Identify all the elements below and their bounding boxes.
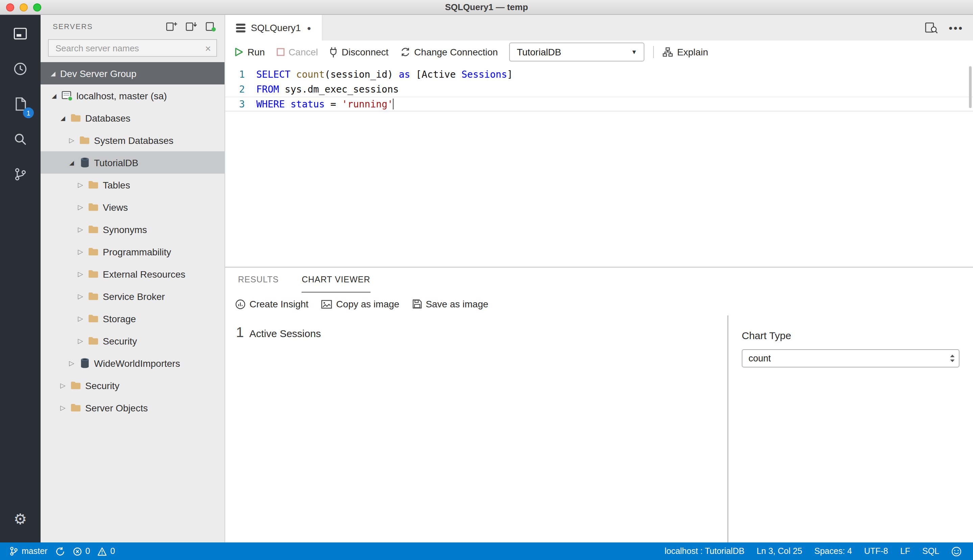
encoding-status[interactable]: UTF-8 [858, 547, 894, 556]
activitybar-item-source-control[interactable] [0, 157, 40, 192]
cancel-button[interactable]: Cancel [276, 47, 318, 57]
more-actions-icon[interactable]: ••• [949, 22, 963, 33]
collapsed-arrow-icon[interactable]: ▷ [58, 404, 68, 412]
sync-button[interactable] [52, 547, 69, 556]
tree-item-system-databases[interactable]: ▷System Databases [40, 129, 224, 151]
activitybar-item-search[interactable] [0, 122, 40, 157]
git-branch-status[interactable]: master [5, 547, 52, 556]
connection-status[interactable]: localhost : TutorialDB [659, 547, 751, 556]
tree-item-localhost-master-sa[interactable]: ◢localhost, master (sa) [40, 85, 224, 107]
git-branch-icon [10, 547, 18, 556]
copy-as-image-button[interactable]: Copy as image [321, 298, 399, 309]
new-connection-button[interactable] [165, 20, 177, 32]
problems-status[interactable]: 0 0 [69, 547, 119, 556]
collapsed-arrow-icon[interactable]: ▷ [67, 137, 77, 144]
tree-item-wideworldimporters[interactable]: ▷WideWorldImporters [40, 352, 224, 374]
sync-icon [55, 547, 65, 556]
server-group-header[interactable]: ◢ Dev Server Group [40, 62, 224, 85]
line-number: 3 [225, 97, 256, 112]
line-number: 1 [225, 67, 256, 82]
code-text: WHERE status = 'running' [256, 97, 394, 112]
database-dropdown[interactable]: TutorialDB ▼ [510, 43, 645, 62]
branch-label: master [22, 547, 47, 556]
tree-item-tutorialdb[interactable]: ◢TutorialDB [40, 151, 224, 173]
collapsed-arrow-icon[interactable]: ▷ [76, 315, 85, 322]
tabbar-actions: ••• [925, 15, 973, 40]
tree-item-programmability[interactable]: ▷Programmability [40, 240, 224, 263]
close-window-button[interactable] [6, 3, 14, 12]
chart-options-panel: Chart Type count [727, 315, 973, 542]
collapsed-arrow-icon[interactable]: ▷ [76, 292, 85, 300]
sidebar-actions [165, 20, 216, 32]
code-editor[interactable]: 1SELECT count(session_id) as [Active Ses… [225, 63, 973, 267]
settings-button[interactable]: ⚙ [0, 502, 40, 537]
tree-item-storage[interactable]: ▷Storage [40, 307, 224, 330]
collapsed-arrow-icon[interactable]: ▷ [76, 226, 85, 233]
statusbar-right: localhost : TutorialDB Ln 3, Col 25 Spac… [659, 546, 968, 556]
run-button[interactable]: Run [235, 47, 265, 57]
expanded-arrow-icon[interactable]: ◢ [58, 115, 68, 121]
tab-chart-viewer[interactable]: CHART VIEWER [302, 268, 370, 292]
minimize-window-button[interactable] [20, 3, 28, 12]
code-line-2[interactable]: 2FROM sys.dm_exec_sessions [225, 82, 973, 97]
activitybar-item-connections[interactable] [0, 16, 40, 51]
save-as-image-button[interactable]: Save as image [412, 298, 488, 309]
tree-item-views[interactable]: ▷Views [40, 196, 224, 218]
sidebar-header: SERVERS [40, 15, 224, 38]
collapsed-arrow-icon[interactable]: ▷ [67, 359, 77, 367]
tree-item-synonyms[interactable]: ▷Synonyms [40, 218, 224, 240]
explain-button[interactable]: Explain [663, 47, 708, 57]
expanded-arrow-icon[interactable]: ◢ [67, 159, 77, 166]
copy-image-icon [321, 300, 332, 308]
collapsed-arrow-icon[interactable]: ▷ [76, 181, 85, 188]
disconnect-button[interactable]: Disconnect [329, 47, 389, 57]
tree-item-label: WideWorldImporters [94, 358, 180, 368]
chart-type-select[interactable]: count [742, 349, 960, 367]
tab-results[interactable]: RESULTS [238, 268, 279, 292]
new-connection-icon [166, 21, 177, 32]
feedback-button[interactable] [945, 546, 968, 556]
code-lines: 1SELECT count(session_id) as [Active Ses… [225, 67, 973, 112]
change-connection-button[interactable]: Change Connection [400, 47, 498, 57]
preview-icon[interactable] [925, 22, 938, 33]
tree-item-service-broker[interactable]: ▷Service Broker [40, 285, 224, 307]
collapsed-arrow-icon[interactable]: ▷ [58, 382, 68, 389]
collapsed-arrow-icon[interactable]: ▷ [76, 203, 85, 211]
cursor-position-status[interactable]: Ln 3, Col 25 [751, 547, 808, 556]
new-server-group-button[interactable] [185, 20, 197, 32]
activitybar-item-task-history[interactable] [0, 51, 40, 87]
tab-sqlquery1[interactable]: SQLQuery1 ● [225, 15, 323, 40]
code-line-1[interactable]: 1SELECT count(session_id) as [Active Ses… [225, 67, 973, 82]
zoom-window-button[interactable] [33, 3, 41, 12]
tree-item-databases[interactable]: ◢Databases [40, 107, 224, 129]
tree-item-label: Views [103, 202, 128, 212]
tree-item-server-objects[interactable]: ▷Server Objects [40, 397, 224, 419]
indentation-status[interactable]: Spaces: 4 [808, 547, 858, 556]
language-mode-status[interactable]: SQL [916, 547, 945, 556]
clear-search-icon[interactable]: × [205, 43, 211, 53]
tree-item-tables[interactable]: ▷Tables [40, 173, 224, 196]
explain-icon [663, 47, 673, 57]
create-insight-button[interactable]: Create Insight [235, 298, 308, 309]
collapsed-arrow-icon[interactable]: ▷ [76, 337, 85, 345]
tree-item-label: External Resources [103, 268, 185, 279]
folder-icon [87, 292, 99, 301]
tree-item-label: Security [85, 380, 119, 391]
azure-accounts-button[interactable] [204, 20, 216, 32]
code-line-3[interactable]: 3WHERE status = 'running' [225, 97, 973, 112]
expanded-arrow-icon[interactable]: ◢ [49, 92, 59, 99]
tree-item-label: Service Broker [103, 291, 165, 302]
tree-item-security[interactable]: ▷Security [40, 374, 224, 397]
server-search-input[interactable] [54, 42, 205, 54]
folder-icon [70, 381, 82, 390]
collapsed-arrow-icon[interactable]: ▷ [76, 270, 85, 278]
activitybar-item-explorer[interactable]: 1 [0, 87, 40, 122]
eol-status[interactable]: LF [894, 547, 916, 556]
tree-item-external-resources[interactable]: ▷External Resources [40, 263, 224, 285]
dirty-indicator[interactable]: ● [307, 24, 311, 32]
tree-item-security[interactable]: ▷Security [40, 330, 224, 352]
folder-icon [70, 403, 82, 412]
editor-scrollbar[interactable] [969, 66, 971, 108]
collapsed-arrow-icon[interactable]: ▷ [76, 248, 85, 255]
results-panel: RESULTS CHART VIEWER Create Insight [225, 267, 973, 542]
